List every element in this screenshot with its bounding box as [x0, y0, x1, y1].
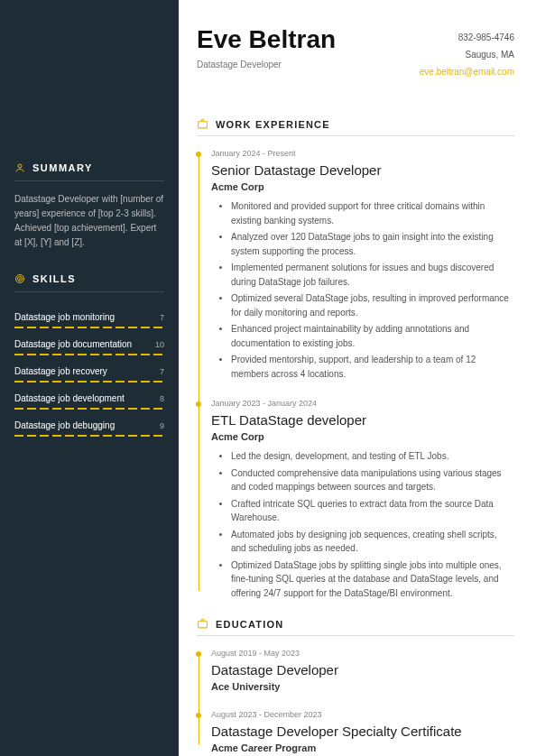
skill-bar: [14, 381, 164, 383]
location: Saugus, MA: [420, 46, 514, 63]
contact: 832-985-4746 Saugus, MA eve.beltran@emai…: [420, 25, 514, 80]
skill-label: Datastage job development: [14, 393, 125, 403]
date-range: January 2023 - January 2024: [211, 399, 514, 408]
timeline-item: January 2023 - January 2024ETL DataStage…: [211, 399, 514, 600]
bullet-item: Optimized DataStage jobs by splitting si…: [231, 558, 514, 601]
skills-heading-text: SKILLS: [32, 273, 76, 284]
timeline-item: August 2019 - May 2023Datastage Develope…: [211, 649, 514, 692]
summary-heading: SUMMARY: [14, 162, 164, 181]
work-heading: WORK EXPERIENCE: [197, 118, 514, 136]
skill-bar: [14, 327, 164, 328]
briefcase-icon: [197, 618, 208, 630]
phone: 832-985-4746: [420, 29, 514, 46]
bullet-item: Automated jobs by designing job sequence…: [231, 528, 514, 556]
role: Datastage Developer: [197, 60, 336, 69]
bullet-item: Monitored and provided support for three…: [231, 199, 514, 227]
item-title: Senior Datastage Developer: [211, 162, 514, 178]
skill-score: 7: [160, 367, 164, 376]
item-subtitle: Acme Corp: [211, 181, 514, 192]
skill-score: 8: [160, 394, 164, 403]
date-range: January 2024 - Present: [211, 149, 514, 158]
name: Eve Beltran: [197, 25, 336, 54]
summary-text: Datastage Developer with [number of year…: [14, 192, 164, 250]
skill-score: 9: [160, 421, 164, 430]
svg-point-0: [18, 164, 22, 168]
skill-label: Datastage job monitoring: [14, 312, 115, 322]
summary-heading-text: SUMMARY: [32, 162, 93, 173]
education-timeline: August 2019 - May 2023Datastage Develope…: [197, 649, 514, 753]
skill-item: Datastage job documentation10: [14, 330, 164, 354]
timeline-item: August 2023 - December 2023Datastage Dev…: [211, 710, 514, 753]
item-title: ETL DataStage developer: [211, 412, 514, 428]
timeline-item: January 2024 - PresentSenior Datastage D…: [211, 149, 514, 381]
date-range: August 2019 - May 2023: [211, 649, 514, 658]
skill-label: Datastage job debugging: [14, 420, 115, 430]
skill-item: Datastage job recovery7: [14, 357, 164, 381]
item-subtitle: Acme Career Program: [211, 742, 514, 753]
bullet-list: Monitored and provided support for three…: [211, 199, 514, 381]
education-heading-text: EDUCATION: [216, 619, 283, 630]
target-icon: [14, 273, 25, 284]
skill-bar: [14, 408, 164, 410]
skill-label: Datastage job documentation: [14, 339, 132, 349]
date-range: August 2023 - December 2023: [211, 710, 514, 719]
identity: Eve Beltran Datastage Developer: [197, 25, 336, 80]
briefcase-icon: [197, 118, 208, 130]
item-title: Datastage Developer: [211, 662, 514, 678]
skill-item: Datastage job debugging9: [14, 411, 164, 435]
work-heading-text: WORK EXPERIENCE: [216, 119, 330, 130]
skills-heading: SKILLS: [14, 273, 164, 292]
bullet-item: Implemented permanent solutions for issu…: [231, 261, 514, 289]
bullet-item: Optimized several DataStage jobs, result…: [231, 291, 514, 319]
education-heading: EDUCATION: [197, 618, 514, 636]
skill-score: 7: [160, 313, 164, 322]
skill-bar: [14, 435, 164, 437]
skill-bar: [14, 354, 164, 355]
bullet-item: Analyzed over 120 DataStage jobs to gain…: [231, 230, 514, 258]
bullet-item: Provided mentorship, support, and leader…: [231, 353, 514, 381]
svg-rect-5: [199, 622, 208, 628]
skills-list: Datastage job monitoring7Datastage job d…: [14, 303, 164, 437]
skill-item: Datastage job monitoring7: [14, 303, 164, 327]
svg-rect-4: [199, 122, 208, 128]
bullet-item: Conducted comprehensive data manipulatio…: [231, 466, 514, 494]
bullet-item: Crafted intricate SQL queries to extract…: [231, 497, 514, 525]
skill-item: Datastage job development8: [14, 384, 164, 408]
bullet-item: Led the design, development, and testing…: [231, 449, 514, 464]
svg-point-3: [20, 279, 21, 280]
skill-score: 10: [155, 340, 164, 349]
bullet-list: Led the design, development, and testing…: [211, 449, 514, 600]
email[interactable]: eve.beltran@email.com: [420, 63, 514, 80]
person-icon: [14, 162, 25, 173]
main-content: Eve Beltran Datastage Developer 832-985-…: [179, 0, 536, 756]
sidebar: SUMMARY Datastage Developer with [number…: [0, 0, 179, 756]
work-timeline: January 2024 - PresentSenior Datastage D…: [197, 149, 514, 600]
item-subtitle: Ace University: [211, 681, 514, 692]
skill-label: Datastage job recovery: [14, 366, 107, 376]
item-subtitle: Acme Corp: [211, 431, 514, 442]
bullet-item: Enhanced project maintainability by addi…: [231, 322, 514, 350]
item-title: Datastage Developer Specialty Certificat…: [211, 724, 514, 739]
header: Eve Beltran Datastage Developer 832-985-…: [197, 25, 514, 80]
